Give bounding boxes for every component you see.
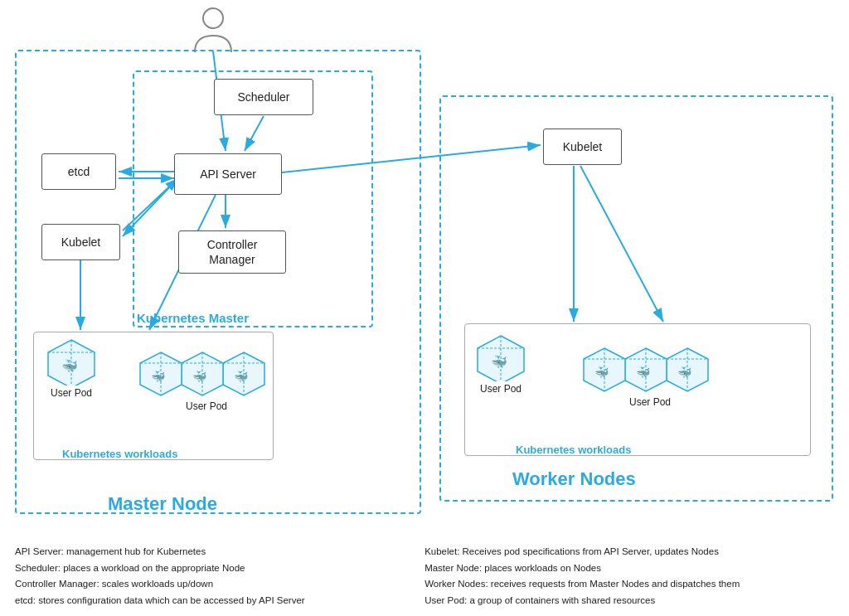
worker-nodes-label: Worker Nodes [512,468,636,490]
controller-manager-component: ControllerManager [178,230,286,274]
legend-right: Kubelet: Receives pod specifications fro… [424,544,834,609]
svg-text:🐳: 🐳 [636,366,651,380]
pod-master-left-label: User Pod [51,387,92,399]
svg-text:🐳: 🐳 [594,366,609,380]
svg-text:🐳: 🐳 [491,354,507,370]
legend-item-user-pod: User Pod: a group of containers with sha… [424,593,834,609]
svg-text:🐳: 🐳 [677,366,692,380]
user-icon [191,7,236,52]
legend-item-api-server: API Server: management hub for Kubernete… [15,544,408,560]
svg-text:🐳: 🐳 [61,358,78,374]
pod-master-right-label: User Pod [186,400,227,412]
svg-text:🐳: 🐳 [151,370,166,384]
legend-item-etcd: etcd: stores configuration data which ca… [15,593,408,609]
k8s-workloads-worker-label: Kubernetes workloads [516,444,631,456]
svg-text:🐳: 🐳 [234,370,249,384]
legend-item-controller-manager: Controller Manager: scales workloads up/… [15,576,408,593]
pod-worker-right-label: User Pod [629,396,671,408]
pod-worker-left-label: User Pod [480,383,522,395]
kubelet-master-label: Kubelet [61,235,100,249]
k8s-workloads-master-label: Kubernetes workloads [62,448,177,460]
pod-master-right: 🐳 🐳 🐳 User Pod [137,336,276,412]
legend-item-kubelet: Kubelet: Receives pod specifications fro… [424,544,834,560]
svg-text:🐳: 🐳 [192,370,207,384]
pod-worker-right: 🐳 🐳 🐳 User Pod [580,332,720,408]
master-node-label: Master Node [108,493,217,515]
etcd-component: etcd [41,153,116,190]
api-server-label: API Server [200,167,256,181]
diagram-container: etcd Scheduler API Server ControllerMana… [0,0,849,539]
kubelet-worker-component: Kubelet [543,129,622,165]
pod-worker-left: 🐳 User Pod [473,332,529,395]
scheduler-label: Scheduler [237,90,289,104]
legend-left: API Server: management hub for Kubernete… [15,544,408,609]
api-server-component: API Server [174,153,282,195]
legend-item-scheduler: Scheduler: places a workload on the appr… [15,560,408,577]
kubelet-worker-label: Kubelet [563,140,602,153]
legend-item-master-node: Master Node: places workloads on Nodes [424,560,834,577]
scheduler-component: Scheduler [214,79,313,115]
legend: API Server: management hub for Kubernete… [0,537,849,616]
svg-point-14 [203,8,223,28]
legend-item-worker-nodes: Worker Nodes: receives requests from Mas… [424,576,834,593]
kubelet-master-component: Kubelet [41,224,120,260]
k8s-master-label: Kubernetes Master [137,311,249,325]
etcd-label: etcd [68,165,90,178]
pod-master-left: 🐳 User Pod [43,336,99,399]
